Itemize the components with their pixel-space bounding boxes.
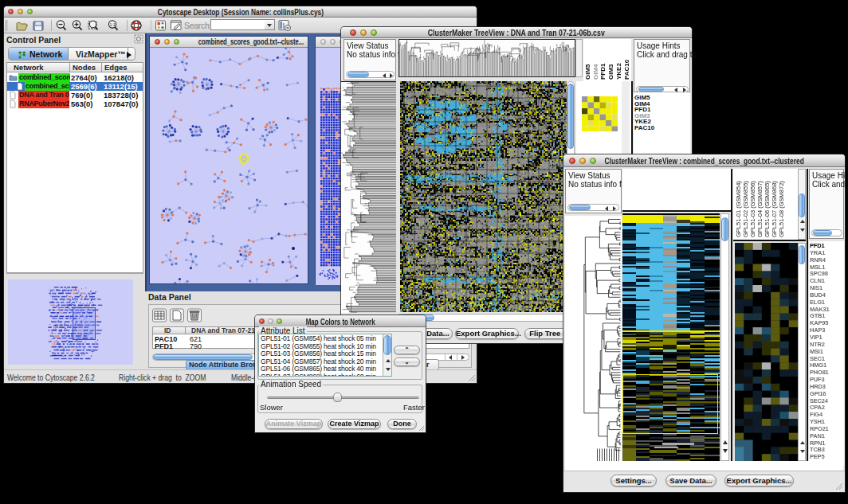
svg-text:GPL51-01 (GSM854): GPL51-01 (GSM854)	[735, 181, 742, 237]
svg-text:GPL51-07 (GSM868): GPL51-07 (GSM868)	[771, 181, 778, 237]
svg-text:1:1: 1:1	[110, 22, 116, 27]
svg-text:GIM3: GIM3	[607, 64, 614, 80]
svg-text:GPL51-04 (GSM857): GPL51-04 (GSM857)	[756, 181, 764, 237]
svg-text:PFD1: PFD1	[599, 63, 607, 80]
svg-text:GPL51-08 (GSM872): GPL51-08 (GSM872)	[778, 181, 785, 237]
svg-text:YKE2: YKE2	[615, 63, 622, 80]
svg-text:PAC10: PAC10	[623, 59, 630, 80]
svg-text:GIM5: GIM5	[584, 64, 591, 80]
svg-text:GPL51-03 (GSM856): GPL51-03 (GSM856)	[749, 181, 756, 237]
svg-text:GPL51-02 (GSM855): GPL51-02 (GSM855)	[742, 181, 749, 237]
svg-text:GPL51-06 (GSM865): GPL51-06 (GSM865)	[764, 181, 771, 237]
svg-text:GIM4: GIM4	[592, 64, 599, 80]
